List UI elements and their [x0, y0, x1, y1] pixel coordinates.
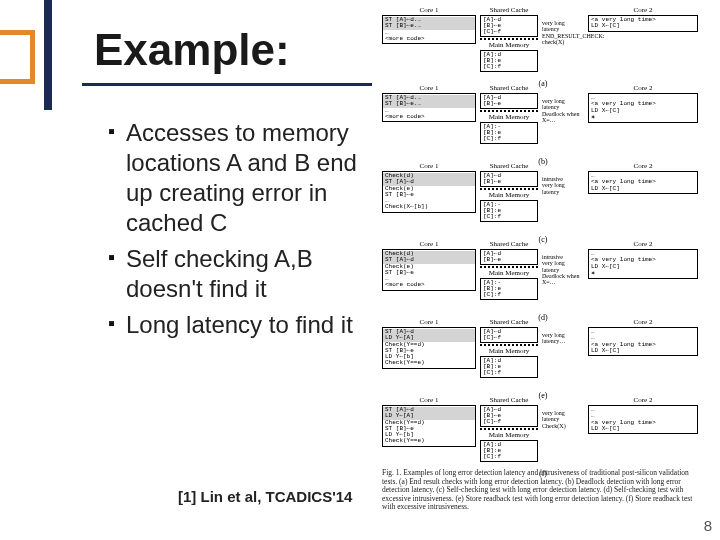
- cache-box: [A]←d[B]←e: [480, 171, 538, 187]
- bullet-item: ▪ Long latency to find it: [108, 310, 378, 340]
- cache-label: Shared Cache: [480, 84, 538, 92]
- core-label: Core 1: [382, 396, 476, 404]
- cache-label: Shared Cache: [480, 318, 538, 326]
- slide-title: Example:: [94, 26, 290, 74]
- core-label: Core 2: [588, 6, 698, 14]
- bullet-marker: ▪: [108, 310, 126, 340]
- core2-box: …<a very long time>LD X←[C]✶: [588, 249, 698, 279]
- core2-box: …<a very long time>LD X←[C]✶: [588, 93, 698, 123]
- annotation: very longlatency…: [542, 332, 584, 345]
- cache-box: [A]←d[B]←e[C]←f: [480, 405, 538, 427]
- divider: [480, 110, 538, 112]
- core-label: Core 2: [588, 318, 698, 326]
- star-icon: ✶: [591, 114, 695, 121]
- core2-box: ……<a very long time>LD X←[C]: [588, 327, 698, 356]
- cache-box: [A]←d[B]←e[C]←f: [480, 15, 538, 37]
- bullet-item: ▪ Accesses to memory locations A and B e…: [108, 118, 378, 238]
- core1-box: ST [A]←d.…ST [B]←e.……<more code>: [382, 15, 476, 44]
- cache-label: Shared Cache: [480, 6, 538, 14]
- cache-box: [A]←d[C]←f: [480, 327, 538, 343]
- mem-label: Main Memory: [480, 191, 538, 199]
- bullet-text: Self checking A,B doesn't find it: [126, 244, 378, 304]
- cache-box: [A]←d[B]←e: [480, 249, 538, 265]
- core-label: Core 1: [382, 240, 476, 248]
- bullet-marker: ▪: [108, 244, 126, 304]
- divider: [480, 344, 538, 346]
- mem-label: Main Memory: [480, 113, 538, 121]
- annotation: intrusivevery longlatencyDeadlock when X…: [542, 254, 584, 285]
- divider: [480, 38, 538, 40]
- mem-box: [A]:d[B]:e[C]:f: [480, 50, 538, 72]
- core-label: Core 1: [382, 318, 476, 326]
- core-label: Core 1: [382, 162, 476, 170]
- core-label: Core 1: [382, 6, 476, 14]
- mem-label: Main Memory: [480, 347, 538, 355]
- bullet-item: ▪ Self checking A,B doesn't find it: [108, 244, 378, 304]
- slide: Example: ▪ Accesses to memory locations …: [0, 0, 720, 540]
- cache-label: Shared Cache: [480, 396, 538, 404]
- divider: [480, 188, 538, 190]
- fig-panel: Core 1ST [A]←d.…ST [B]←e.……<more code>Sh…: [382, 84, 704, 156]
- annotation: intrusivevery longlatency: [542, 176, 584, 195]
- cache-box: [A]←d[B]←e: [480, 93, 538, 109]
- slide-number: 8: [704, 517, 712, 534]
- core-label: Core 1: [382, 84, 476, 92]
- bullet-marker: ▪: [108, 118, 126, 238]
- core2-box: …<a very long time>LD X←[C]: [588, 171, 698, 194]
- fig-panel: Core 1ST [A]←d.…ST [B]←e.……<more code>Sh…: [382, 6, 704, 78]
- fig-panel: Core 1Check(d)ST [A]←dCheck(e)ST [B]←e…<…: [382, 240, 704, 312]
- cache-label: Shared Cache: [480, 162, 538, 170]
- mem-label: Main Memory: [480, 431, 538, 439]
- core-label: Core 2: [588, 396, 698, 404]
- bullet-text: Long latency to find it: [126, 310, 378, 340]
- annotation: very longlatencyEND_RESULT_CHECK:check(X…: [542, 20, 584, 45]
- mem-box: [A]:-[B]:e[C]:f: [480, 200, 538, 222]
- core2-box: <a very long time>LD X←[C]: [588, 15, 698, 32]
- core1-box: Check(d)ST [A]←dCheck(e)ST [B]←e…<more c…: [382, 249, 476, 291]
- cache-label: Shared Cache: [480, 240, 538, 248]
- star-icon: ✶: [591, 270, 695, 277]
- bullet-text: Accesses to memory locations A and B end…: [126, 118, 378, 238]
- core-label: Core 2: [588, 84, 698, 92]
- mem-label: Main Memory: [480, 269, 538, 277]
- decoration: [0, 0, 80, 110]
- bullet-list: ▪ Accesses to memory locations A and B e…: [108, 118, 378, 346]
- annotation: very longlatencyDeadlock when X=…: [542, 98, 584, 123]
- core1-box: ST [A]←dLD Y←[A]Check(Y==d)ST [B]←eLD Y←…: [382, 405, 476, 447]
- core2-box: ……<a very long time>LD X←[C]: [588, 405, 698, 434]
- citation: [1] Lin et al, TCADICS'14: [178, 488, 352, 505]
- mem-box: [A]:-[B]:e[C]:f: [480, 278, 538, 300]
- mem-label: Main Memory: [480, 41, 538, 49]
- mem-box: [A]:d[B]:e[C]:f: [480, 440, 538, 462]
- figure: Core 1ST [A]←d.…ST [B]←e.……<more code>Sh…: [382, 6, 704, 496]
- core1-box: Check(d)ST [A]←dCheck(e)ST [B]←e…Check(X…: [382, 171, 476, 213]
- divider: [480, 428, 538, 430]
- mem-box: [A]:d[B]:e[C]:f: [480, 356, 538, 378]
- core1-box: ST [A]←d.…ST [B]←e.……<more code>: [382, 93, 476, 122]
- core-label: Core 2: [588, 240, 698, 248]
- fig-panel: Core 1Check(d)ST [A]←dCheck(e)ST [B]←e…C…: [382, 162, 704, 234]
- core-label: Core 2: [588, 162, 698, 170]
- fig-panel: Core 1ST [A]←dLD Y←[A]Check(Y==d)ST [B]←…: [382, 318, 704, 390]
- divider: [480, 266, 538, 268]
- core1-box: ST [A]←dLD Y←[A]Check(Y==d)ST [B]←eLD Y←…: [382, 327, 476, 369]
- fig-panel: Core 1ST [A]←dLD Y←[A]Check(Y==d)ST [B]←…: [382, 396, 704, 468]
- figure-caption: Fig. 1. Examples of long error detection…: [382, 469, 704, 512]
- annotation: very longlatencyCheck(X): [542, 410, 584, 429]
- mem-box: [A]:-[B]:e[C]:f: [480, 122, 538, 144]
